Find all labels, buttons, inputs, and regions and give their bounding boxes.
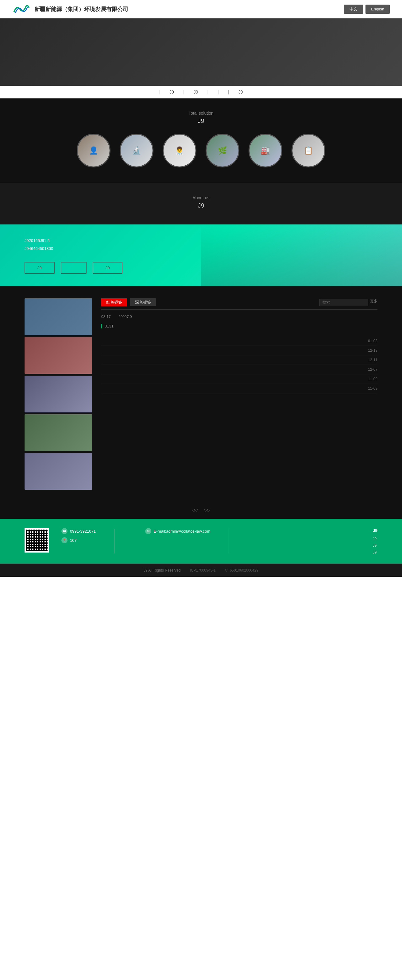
header-buttons: 中文 English	[344, 5, 390, 14]
nav-sep-4: |	[218, 89, 219, 94]
footer-code: 65010602000429	[230, 568, 258, 573]
logo-text: 新疆新能源（集团）环境发展有限公司	[34, 6, 128, 13]
news-tab-inactive[interactable]: 深色标签	[130, 298, 156, 306]
footer-links-section: J9 J9 J9 J9	[373, 528, 378, 554]
teal-btn-2[interactable]	[61, 262, 86, 274]
circle-image-5: 🏭	[249, 135, 281, 167]
footer-link-2[interactable]: J9	[373, 543, 378, 548]
news-tabs: 红色标签 深色标签 更多	[101, 298, 378, 310]
circle-image-3: 👨‍⚕️	[164, 135, 195, 167]
circle-item-2[interactable]: 🔬	[120, 134, 153, 167]
footer-contact: ☎ 0991-3921071 📍 107	[61, 528, 96, 543]
news-tab-active[interactable]: 红色标签	[101, 298, 127, 306]
footer-phone-row: ☎ 0991-3921071	[61, 528, 96, 534]
footer-address-row: 📍 107	[61, 537, 96, 543]
circle-image-1: 👤	[78, 135, 110, 167]
featured-news: 08-17 20097.0	[101, 315, 378, 319]
about-title-cn: J9	[24, 202, 378, 209]
footer-address: 107	[70, 538, 77, 543]
circle-item-6[interactable]: 📋	[292, 134, 325, 167]
pagination-bar: ◁◁ ▷▷	[0, 502, 402, 519]
news-photos	[24, 298, 92, 490]
footer-email-row: ✉ E-mail:admin@collatos-law.com	[145, 528, 210, 534]
circle-item-5[interactable]: 🏭	[249, 134, 282, 167]
teal-btn-3[interactable]: J9	[93, 262, 123, 274]
nav-item-3[interactable]: J9	[238, 89, 243, 94]
about-us-section: About us J9	[0, 183, 402, 224]
news-list-item-2[interactable]: 12-13	[101, 346, 378, 355]
footer-icp: ICP17000943-1	[190, 568, 216, 573]
news-section-label: 3131	[101, 324, 378, 328]
en-button[interactable]: English	[365, 5, 390, 14]
news-list-item-4[interactable]: 12-07	[101, 365, 378, 374]
news-section: 红色标签 深色标签 更多 08-17 20097.0 3131 01-03	[0, 286, 402, 502]
news-list-item-3[interactable]: 12-11	[101, 355, 378, 365]
pagination-prev[interactable]: ◁◁	[192, 508, 198, 513]
total-solution-title-en: Total solution	[24, 111, 378, 116]
footer-links-title: J9	[373, 528, 378, 533]
footer-email-section: ✉ E-mail:admin@collatos-law.com	[133, 528, 210, 534]
featured-num: 20097.0	[118, 315, 378, 319]
total-solution-section: Total solution J9 👤 🔬 👨‍⚕️ 🌿 🏭 📋	[0, 99, 402, 183]
news-list-item-6[interactable]: 11-09	[101, 384, 378, 393]
news-content: 红色标签 深色标签 更多 08-17 20097.0 3131 01-03	[101, 298, 378, 490]
news-photo-2	[24, 337, 92, 374]
footer-bottom: J9 All Rights Reserved ICP17000943-1 🛡 6…	[0, 563, 402, 577]
location-icon: 📍	[61, 537, 67, 543]
news-date-2: 12-13	[359, 348, 378, 353]
nav-sep-5: |	[228, 89, 229, 94]
nav-item-2[interactable]: J9	[194, 89, 198, 94]
footer-green: ☎ 0991-3921071 📍 107 ✉ E-mail:admin@coll…	[0, 519, 402, 563]
footer-divider-1	[114, 529, 115, 554]
news-search-input[interactable]	[319, 299, 368, 306]
teal-cityscape	[201, 224, 402, 286]
news-search-area: 更多	[319, 299, 378, 306]
footer-code-row: 🛡 65010602000429	[225, 568, 258, 573]
news-photo-5	[24, 453, 92, 490]
footer-qr	[24, 528, 49, 552]
circle-item-1[interactable]: 👤	[77, 134, 110, 167]
nav-item-1[interactable]: J9	[169, 89, 174, 94]
qr-pattern	[26, 530, 48, 551]
circle-image-4: 🌿	[207, 135, 238, 167]
about-title-en: About us	[24, 195, 378, 200]
circle-item-4[interactable]: 🌿	[206, 134, 239, 167]
news-photo-3	[24, 375, 92, 412]
news-more-link[interactable]: 更多	[370, 299, 378, 306]
news-list: 01-03 12-13 12-11 12-07 11-09 11-09	[101, 336, 378, 393]
footer-email: E-mail:admin@collatos-law.com	[154, 529, 210, 533]
news-date-4: 12-07	[359, 368, 378, 372]
footer-copyright: J9 All Rights Reserved	[144, 568, 181, 573]
teal-banner: J920165J91.5 J946464501800 J9 J9	[0, 224, 402, 286]
news-date-6: 11-09	[359, 387, 378, 391]
news-list-item-5[interactable]: 11-09	[101, 374, 378, 384]
footer-shield-icon: 🛡	[225, 568, 229, 573]
circles-row: 👤 🔬 👨‍⚕️ 🌿 🏭 📋	[24, 134, 378, 167]
nav-bar: | J9 | J9 | | | J9	[0, 86, 402, 99]
phone-icon: ☎	[61, 528, 67, 534]
circle-image-2: 🔬	[121, 135, 153, 167]
footer-link-3[interactable]: J9	[373, 550, 378, 554]
hero-banner	[0, 18, 402, 86]
nav-sep-3: |	[207, 89, 209, 94]
news-photo-1	[24, 298, 92, 335]
pagination-next[interactable]: ▷▷	[204, 508, 210, 513]
circle-item-3[interactable]: 👨‍⚕️	[163, 134, 196, 167]
nav-sep-2: |	[183, 89, 184, 94]
circle-image-6: 📋	[292, 135, 324, 167]
news-list-item-1[interactable]: 01-03	[101, 336, 378, 346]
nav-sep-1: |	[159, 89, 161, 94]
teal-btn-1[interactable]: J9	[24, 262, 54, 274]
header: 新疆新能源（集团）环境发展有限公司 中文 English	[0, 0, 402, 18]
email-icon: ✉	[145, 528, 151, 534]
news-photo-4	[24, 414, 92, 451]
news-date-5: 11-09	[359, 377, 378, 381]
featured-date: 08-17	[101, 315, 113, 319]
total-solution-title-cn: J9	[24, 118, 378, 124]
cn-button[interactable]: 中文	[344, 5, 363, 14]
footer-phone: 0991-3921071	[70, 529, 96, 533]
footer-link-1[interactable]: J9	[373, 537, 378, 541]
logo-icon	[12, 3, 31, 15]
news-date-1: 01-03	[359, 339, 378, 343]
news-date-3: 12-11	[359, 358, 378, 362]
